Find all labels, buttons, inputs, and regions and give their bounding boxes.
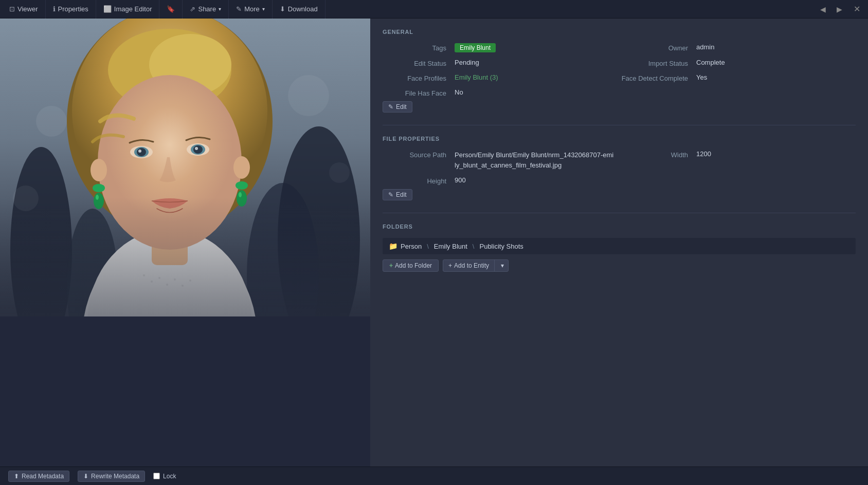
folder-actions: + Add to Folder + Add to Entity ▾ bbox=[383, 259, 856, 272]
general-edit-button[interactable]: ✎ Edit bbox=[383, 101, 412, 113]
add-to-folder-button[interactable]: + Add to Folder bbox=[383, 259, 439, 272]
nav-more-label: More bbox=[244, 5, 260, 13]
folder-path-publicity-shots: Publicity Shots bbox=[479, 242, 523, 250]
file-properties-title: FILE PROPERTIES bbox=[383, 136, 856, 142]
bottom-bar: ⬆ Read Metadata ⬇ Rewrite Metadata Lock bbox=[0, 467, 868, 485]
tag-badge[interactable]: Emily Blunt bbox=[455, 43, 496, 52]
folder-path-person: Person bbox=[401, 242, 422, 250]
viewer-icon: ⊡ bbox=[9, 5, 15, 13]
folder-sep-1: \ bbox=[427, 242, 429, 250]
nav-close-button[interactable]: ✕ bbox=[847, 0, 866, 18]
add-to-entity-arrow[interactable]: ▾ bbox=[497, 260, 508, 271]
add-to-folder-label: Add to Folder bbox=[395, 262, 432, 269]
nav-share[interactable]: ⇗ Share ▾ bbox=[183, 0, 229, 18]
owner-label: Owner bbox=[614, 43, 696, 52]
lock-checkbox[interactable] bbox=[153, 473, 160, 479]
read-metadata-icon: ⬆ bbox=[14, 473, 19, 480]
nav-bookmark[interactable]: 🔖 bbox=[159, 0, 183, 18]
general-section-title: GENERAL bbox=[383, 29, 856, 35]
folder-row: 📁 Person \ Emily Blunt \ Publicity Shots bbox=[383, 238, 856, 254]
bookmark-icon: 🔖 bbox=[167, 5, 175, 13]
nav-prev-button[interactable]: ◀ bbox=[815, 0, 831, 18]
width-value: 1200 bbox=[696, 150, 856, 158]
file-edit-icon: ✎ bbox=[388, 191, 393, 198]
image-editor-icon: ⬜ bbox=[103, 5, 112, 13]
file-props-edit-button[interactable]: ✎ Edit bbox=[383, 189, 412, 200]
import-status-value: Complete bbox=[696, 59, 856, 66]
top-navigation: ⊡ Viewer ℹ Properties ⬜ Image Editor 🔖 ⇗… bbox=[0, 0, 868, 18]
edit-status-label: Edit Status bbox=[383, 59, 455, 67]
nav-share-label: Share bbox=[198, 5, 216, 13]
rewrite-metadata-icon: ⬇ bbox=[83, 473, 88, 480]
add-folder-plus-icon: + bbox=[389, 262, 393, 269]
rewrite-metadata-label: Rewrite Metadata bbox=[91, 473, 139, 480]
face-detect-value: Yes bbox=[696, 73, 856, 81]
width-label: Width bbox=[614, 150, 696, 159]
properties-panel: GENERAL Tags Emily Blunt Owner admin Edi… bbox=[370, 18, 868, 485]
face-profiles-value: Emily Blunt (3) bbox=[455, 73, 614, 81]
folder-icon: 📁 bbox=[389, 242, 397, 250]
divider-1 bbox=[383, 125, 856, 125]
share-dropdown-icon: ▾ bbox=[219, 6, 221, 12]
add-entity-plus-icon: + bbox=[448, 262, 452, 269]
file-has-face-label: File Has Face bbox=[383, 88, 455, 97]
file-props-edit-label: Edit bbox=[396, 191, 407, 198]
svg-rect-40 bbox=[0, 18, 370, 316]
photo-display bbox=[0, 18, 370, 316]
general-properties-grid: Tags Emily Blunt Owner admin Edit Status… bbox=[383, 43, 856, 97]
nav-download-label: Download bbox=[288, 5, 318, 13]
file-properties-grid: Source Path Person/Emily Blunt/Emily Blu… bbox=[383, 150, 856, 185]
nav-properties-label: Properties bbox=[58, 5, 88, 13]
nav-image-editor[interactable]: ⬜ Image Editor bbox=[96, 0, 160, 18]
nav-more[interactable]: ✎ More ▾ bbox=[229, 0, 273, 18]
nav-image-editor-label: Image Editor bbox=[114, 5, 152, 13]
add-to-entity-label: Add to Entity bbox=[454, 262, 489, 269]
read-metadata-label: Read Metadata bbox=[22, 473, 64, 480]
height-label: Height bbox=[383, 176, 455, 185]
face-profiles-link[interactable]: Emily Blunt (3) bbox=[455, 73, 498, 81]
rewrite-metadata-button[interactable]: ⬇ Rewrite Metadata bbox=[78, 471, 145, 482]
nav-download[interactable]: ⬇ Download bbox=[273, 0, 326, 18]
add-to-entity-dropdown[interactable]: + Add to Entity ▾ bbox=[443, 259, 509, 272]
divider-2 bbox=[383, 213, 856, 213]
nav-properties[interactable]: ℹ Properties bbox=[46, 0, 96, 18]
edit-icon: ✎ bbox=[388, 103, 393, 110]
height-value: 900 bbox=[455, 176, 614, 184]
source-path-value: Person/Emily Blunt/Emily Blunt/nrm_14320… bbox=[455, 150, 614, 170]
nav-next-button[interactable]: ▶ bbox=[831, 0, 847, 18]
tags-label: Tags bbox=[383, 43, 455, 52]
file-has-face-value: No bbox=[455, 88, 614, 96]
download-icon: ⬇ bbox=[280, 5, 285, 13]
import-status-label: Import Status bbox=[614, 59, 696, 67]
tags-value: Emily Blunt bbox=[455, 43, 614, 52]
share-icon: ⇗ bbox=[190, 5, 195, 13]
lock-label[interactable]: Lock bbox=[163, 473, 176, 480]
dropdown-chevron-icon: ▾ bbox=[501, 262, 504, 269]
folder-path-emily-blunt: Emily Blunt bbox=[434, 242, 467, 250]
more-dropdown-icon: ▾ bbox=[262, 6, 265, 12]
nav-viewer-label: Viewer bbox=[17, 5, 38, 13]
folder-sep-2: \ bbox=[473, 242, 475, 250]
photo-svg bbox=[0, 18, 370, 316]
face-detect-label: Face Detect Complete bbox=[614, 73, 696, 82]
owner-value: admin bbox=[696, 43, 856, 51]
source-path-text: Person/Emily Blunt/Emily Blunt/nrm_14320… bbox=[455, 150, 614, 170]
properties-icon: ℹ bbox=[53, 5, 56, 13]
lock-checkbox-container: Lock bbox=[153, 473, 176, 480]
main-layout: GENERAL Tags Emily Blunt Owner admin Edi… bbox=[0, 18, 868, 485]
general-edit-label: Edit bbox=[396, 103, 407, 110]
source-path-label: Source Path bbox=[383, 150, 455, 159]
more-icon: ✎ bbox=[236, 5, 242, 13]
file-properties-section: FILE PROPERTIES Source Path Person/Emily… bbox=[383, 136, 856, 200]
add-to-entity-button[interactable]: + Add to Entity bbox=[443, 260, 495, 271]
image-panel bbox=[0, 18, 370, 485]
nav-right-controls: ◀ ▶ ✕ bbox=[815, 0, 866, 18]
read-metadata-button[interactable]: ⬆ Read Metadata bbox=[8, 471, 69, 482]
face-profiles-label: Face Profiles bbox=[383, 73, 455, 82]
edit-status-value: Pending bbox=[455, 59, 614, 66]
general-section: GENERAL Tags Emily Blunt Owner admin Edi… bbox=[383, 29, 856, 113]
folders-section-title: FOLDERS bbox=[383, 223, 856, 230]
nav-viewer[interactable]: ⊡ Viewer bbox=[2, 0, 46, 18]
folders-section: FOLDERS 📁 Person \ Emily Blunt \ Publici… bbox=[383, 223, 856, 272]
